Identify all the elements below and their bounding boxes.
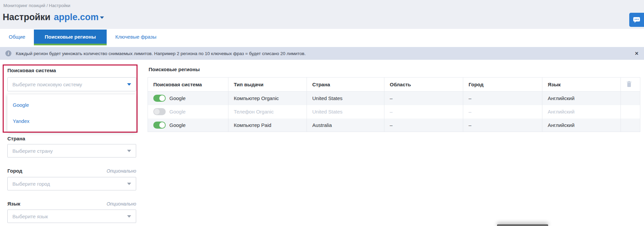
cell-search-engine: Google	[148, 119, 228, 132]
tab-search-regions[interactable]: Поисковые регионы	[34, 30, 107, 45]
cell-search-engine: Google	[148, 92, 228, 105]
chevron-down-icon	[127, 183, 131, 185]
cutoff-tooltip-edge	[497, 224, 548, 226]
toggle-knob	[154, 109, 160, 115]
language-select[interactable]: Выберите язык	[7, 210, 136, 223]
chevron-down-icon	[127, 215, 131, 218]
cell-search-engine: Google	[148, 105, 228, 119]
country-placeholder: Выберите страну	[12, 148, 127, 154]
cell-country: United States	[307, 105, 384, 119]
header-region: Область	[384, 78, 463, 92]
info-icon: i	[5, 50, 11, 56]
city-optional-hint: Опционально	[96, 168, 136, 174]
table-row: GoogleТелефон OrganicUnited States––Англ…	[148, 105, 640, 119]
toggle-knob	[159, 95, 165, 101]
region-enabled-toggle[interactable]	[153, 108, 166, 115]
title-text: Настройки	[3, 12, 50, 22]
header-serp-type: Тип выдачи	[228, 78, 307, 92]
cell-region: –	[384, 92, 463, 105]
header-language: Язык	[542, 78, 621, 92]
cell-city: –	[463, 92, 542, 105]
header-country: Страна	[307, 78, 384, 92]
cell-language: Английский	[542, 119, 621, 132]
project-selector[interactable]: apple.com	[54, 12, 99, 22]
search-engine-dropdown: GoogleYandex	[7, 94, 136, 132]
close-icon[interactable]: ✕	[635, 50, 639, 57]
cell-country: Australia	[307, 119, 384, 132]
trash-icon[interactable]	[626, 81, 632, 87]
chevron-down-icon	[127, 150, 131, 152]
support-chat-button[interactable]	[629, 13, 644, 27]
region-enabled-toggle[interactable]	[153, 122, 166, 129]
cell-serp-type: Компьютер Paid	[228, 119, 307, 132]
region-enabled-toggle[interactable]	[153, 95, 166, 102]
banner-message: Каждый регион будет умножать количество …	[16, 51, 306, 56]
chevron-down-icon	[127, 83, 131, 86]
city-select[interactable]: Выберите город	[7, 177, 136, 190]
cell-country: United States	[307, 92, 384, 105]
cell-delete	[621, 105, 640, 119]
tab-bar: Общие Поисковые регионы Ключевые фразы	[0, 29, 644, 47]
engine-name: Google	[169, 122, 185, 128]
breadcrumb[interactable]: Мониторинг позиций / Настройки	[3, 3, 70, 8]
cell-region: –	[384, 119, 463, 132]
info-banner: i Каждый регион будет умножать количеств…	[0, 47, 644, 60]
page-title: Настройкиapple.com	[3, 12, 104, 22]
header-search-engine: Поисковая система	[148, 78, 228, 92]
language-optional-hint: Опционально	[96, 201, 136, 207]
cell-serp-type: Телефон Organic	[228, 105, 307, 119]
search-engine-placeholder: Выберите поисковую систему	[12, 82, 127, 87]
search-engine-label: Поисковая система	[7, 67, 56, 73]
table-row: GoogleКомпьютер OrganicUnited States––Ан…	[148, 92, 640, 105]
header-delete[interactable]	[621, 78, 640, 92]
tab-keywords[interactable]: Ключевые фразы	[107, 30, 165, 45]
city-placeholder: Выберите город	[12, 181, 127, 187]
cell-region: –	[384, 105, 463, 119]
language-placeholder: Выберите язык	[12, 214, 127, 219]
chevron-down-icon[interactable]	[100, 16, 104, 19]
cell-language: Английский	[542, 105, 621, 119]
table-row: GoogleКомпьютер PaidAustralia––Английски…	[148, 119, 640, 132]
table-header-row: Поисковая система Тип выдачи Страна Обла…	[148, 78, 640, 92]
cell-serp-type: Компьютер Organic	[228, 92, 307, 105]
tab-general[interactable]: Общие	[0, 30, 34, 45]
city-label: Город	[7, 168, 22, 174]
dropdown-option-google[interactable]: Google	[7, 97, 136, 113]
page-header: Мониторинг позиций / Настройки Настройки…	[0, 0, 644, 29]
cell-delete	[621, 119, 640, 132]
regions-table-body: GoogleКомпьютер OrganicUnited States––Ан…	[148, 92, 640, 132]
cell-city: –	[463, 119, 542, 132]
country-label: Страна	[7, 136, 25, 141]
cell-delete	[621, 92, 640, 105]
language-label: Язык	[7, 201, 20, 207]
toggle-knob	[159, 122, 165, 128]
settings-page: Мониторинг позиций / Настройки Настройки…	[0, 0, 644, 226]
regions-table-title: Поисковые регионы	[149, 66, 200, 72]
header-city: Город	[463, 78, 542, 92]
cell-language: Английский	[542, 92, 621, 105]
chat-bubble-icon	[633, 16, 640, 23]
cell-city: –	[463, 105, 542, 119]
country-select[interactable]: Выберите страну	[7, 144, 136, 157]
engine-name: Google	[169, 109, 185, 115]
regions-table: Поисковая система Тип выдачи Страна Обла…	[148, 77, 640, 132]
dropdown-option-yandex[interactable]: Yandex	[7, 113, 136, 129]
search-engine-select[interactable]: Выберите поисковую систему	[7, 77, 136, 91]
engine-name: Google	[169, 95, 185, 101]
